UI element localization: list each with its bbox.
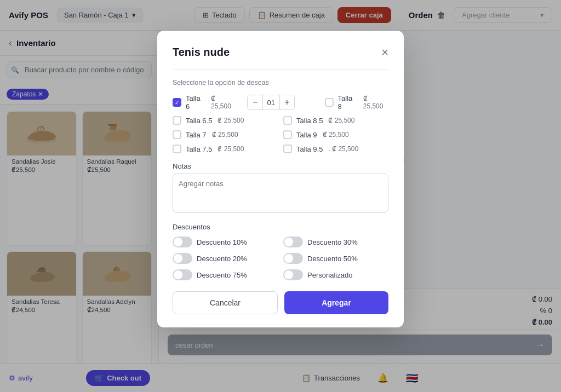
size-checkbox-talla6[interactable]: ✓ <box>173 98 181 107</box>
product-options-modal: Tenis nude × Seleccione la opción de des… <box>157 31 404 327</box>
discount-20-toggle[interactable] <box>173 253 192 264</box>
size-label-talla65: Talla 6.5 <box>186 117 212 125</box>
size-price-talla7: ₡ 25,500 <box>212 131 238 139</box>
size-checkbox-talla65[interactable] <box>173 116 181 125</box>
size-option-talla75: Talla 7.5 ₡ 25,500 <box>173 145 278 153</box>
discount-50-toggle[interactable] <box>283 253 303 264</box>
modal-subtitle: Seleccione la opción de deseas <box>173 79 388 87</box>
modal-overlay[interactable]: Tenis nude × Seleccione la opción de des… <box>0 0 561 392</box>
size-price-talla85: ₡ 25,500 <box>328 117 354 124</box>
discount-10: Descuento 10% <box>173 237 278 247</box>
size-label-talla95: Talla 9.5 <box>296 145 323 153</box>
discounts-label: Descuentos <box>173 223 388 231</box>
discount-custom: Personalizado <box>283 269 388 280</box>
modal-divider <box>173 70 388 70</box>
size-option-talla95: Talla 9.5 . ₡ 25,500 <box>283 145 388 153</box>
discount-50: Descuento 50% <box>283 253 388 264</box>
size-label-talla6: Talla 6 <box>186 94 205 111</box>
size-checkbox-talla75[interactable] <box>173 145 181 153</box>
discount-20-label: Descuento 20% <box>197 255 247 263</box>
add-to-order-button[interactable]: Agregar <box>284 291 388 314</box>
size-option-talla7: Talla 7 ₡ 25,500 <box>173 130 278 139</box>
size-label-talla7: Talla 7 <box>186 131 207 139</box>
modal-title: Tenis nude <box>173 46 230 59</box>
size-checkbox-talla7[interactable] <box>173 130 181 139</box>
modal-footer: Cancelar Agregar <box>173 291 388 314</box>
size-price-talla65: ₡ 25,500 <box>217 117 244 124</box>
discount-30-label: Descuento 30% <box>307 238 358 246</box>
size-checkbox-talla9[interactable] <box>283 130 292 139</box>
discount-30-toggle[interactable] <box>283 237 303 247</box>
discount-50-label: Descuento 50% <box>307 255 358 263</box>
size-checkbox-talla95[interactable] <box>283 145 292 153</box>
discount-75-label: Descuento 75% <box>197 271 247 279</box>
size-label-talla85: Talla 8.5 <box>296 117 323 125</box>
size-checkbox-talla85[interactable] <box>283 116 292 125</box>
size-label-talla8: Talla 8 <box>338 94 358 111</box>
size-price-talla75: ₡ 25,500 <box>217 145 244 153</box>
size-price-talla6: ₡ 25,500 <box>211 95 236 110</box>
discount-custom-label: Personalizado <box>307 271 352 279</box>
quantity-stepper: − + <box>247 95 295 110</box>
modal-header: Tenis nude × <box>173 46 388 59</box>
size-label-talla75: Talla 7.5 <box>186 145 212 153</box>
cancel-button[interactable]: Cancelar <box>173 291 278 314</box>
increase-qty-button[interactable]: + <box>280 95 294 110</box>
modal-close-button[interactable]: × <box>381 47 388 59</box>
discount-75-toggle[interactable] <box>173 269 192 280</box>
decrease-qty-button[interactable]: − <box>248 95 262 110</box>
discount-10-label: Descuento 10% <box>197 238 247 246</box>
discount-10-toggle[interactable] <box>173 237 192 247</box>
discount-20: Descuento 20% <box>173 253 278 264</box>
discount-30: Descuento 30% <box>283 237 388 247</box>
size-price-talla8: ₡ 25,500 <box>363 95 388 110</box>
size-options-grid: Talla 6.5 ₡ 25,500 Talla 8.5 ₡ 25,500 Ta… <box>173 116 388 153</box>
notes-textarea[interactable] <box>173 174 388 213</box>
size-checkbox-talla8[interactable] <box>325 98 334 107</box>
discount-grid: Descuento 10% Descuento 30% Descuento 20… <box>173 237 388 280</box>
size-option-talla65: Talla 6.5 ₡ 25,500 <box>173 116 278 125</box>
quantity-input[interactable] <box>262 95 280 110</box>
size-label-talla9: Talla 9 <box>296 131 317 139</box>
size-option-talla9: Talla 9 ₡ 25,500 <box>283 130 388 139</box>
size-price-talla95: . ₡ 25,500 <box>328 145 358 153</box>
discount-custom-toggle[interactable] <box>283 269 303 280</box>
size-price-talla9: ₡ 25,500 <box>323 131 349 139</box>
size-row-talla6: ✓ Talla 6 ₡ 25,500 − + Talla 8 ₡ 25,500 <box>173 94 388 111</box>
notes-label: Notas <box>173 162 388 170</box>
discount-75: Descuento 75% <box>173 269 278 280</box>
size-option-talla85: Talla 8.5 ₡ 25,500 <box>283 116 388 125</box>
